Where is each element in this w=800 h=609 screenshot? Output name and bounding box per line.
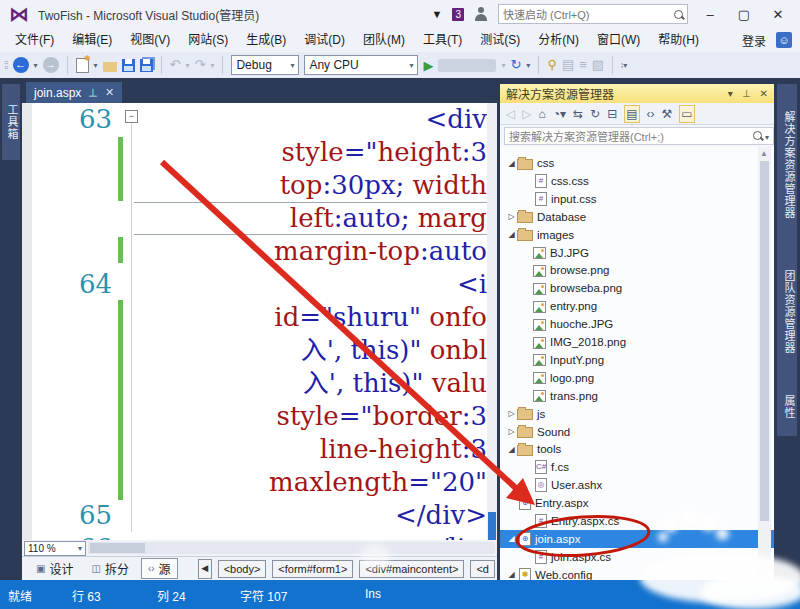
code-line[interactable]: left:auto; marg xyxy=(22,202,497,235)
menu-item-5[interactable]: 调试(D) xyxy=(295,28,354,52)
tree-expander-icon[interactable]: ▷ xyxy=(506,409,517,418)
solution-configurations-dropdown[interactable]: Debug▾ xyxy=(231,55,299,75)
user-avatar[interactable]: ☺ xyxy=(776,32,792,48)
breadcrumb-scroll-left-icon[interactable]: ◀ xyxy=(198,559,212,579)
menu-item-8[interactable]: 测试(S) xyxy=(471,28,529,52)
tree-item-browse-png[interactable]: browse.png xyxy=(500,261,774,279)
tree-expander-icon[interactable]: ◢ xyxy=(506,159,517,168)
view-tab-split[interactable]: ◫拆分 xyxy=(85,559,134,578)
refresh-icon[interactable]: ↻ xyxy=(590,106,600,122)
tree-item-tools[interactable]: ◢tools xyxy=(500,440,764,458)
code-editor[interactable]: − 63<divstyle="height:3top:30px; widthle… xyxy=(22,103,497,540)
tree-item-images[interactable]: ◢images xyxy=(500,226,764,244)
code-line[interactable]: 63<div xyxy=(22,103,497,136)
show-all-files-icon[interactable]: ▤ xyxy=(624,105,639,123)
tree-item-entry-aspx[interactable]: ⊕Entry.aspx xyxy=(500,494,764,512)
tree-expander-icon[interactable]: ▷ xyxy=(506,427,517,436)
tree-item-user-ashx[interactable]: ◎User.ashx xyxy=(500,476,774,494)
menu-item-0[interactable]: 文件(F) xyxy=(6,28,63,52)
preview-selected-icon[interactable]: ▭ xyxy=(679,105,694,123)
scrollbar-thumb[interactable] xyxy=(488,512,496,540)
menu-item-10[interactable]: 窗口(W) xyxy=(588,28,649,52)
view-tab-source[interactable]: ‹›源 xyxy=(141,558,178,579)
scrollbar-thumb[interactable] xyxy=(90,543,145,553)
minimize-button[interactable]: – xyxy=(698,7,722,22)
tree-item-logo-png[interactable]: logo.png xyxy=(500,369,774,387)
tree-item-trans-png[interactable]: trans.png xyxy=(500,387,774,405)
close-icon[interactable]: ✕ xyxy=(760,88,768,99)
solution-explorer-search-input[interactable]: 搜索解决方案资源管理器(Ctrl+;) ▾ xyxy=(504,127,774,145)
close-tab-icon[interactable]: ✕ xyxy=(105,86,114,99)
sign-in-link[interactable]: 登录 xyxy=(742,32,766,49)
menu-item-7[interactable]: 工具(T) xyxy=(414,28,471,52)
tree-item-huoche-jpg[interactable]: huoche.JPG xyxy=(500,315,774,333)
tree-expander-icon[interactable]: ◢ xyxy=(506,534,517,543)
code-line[interactable]: style="border:3 xyxy=(22,400,497,433)
code-line[interactable]: 66</li> xyxy=(22,532,497,540)
open-file-icon[interactable] xyxy=(103,62,117,72)
properties-wrench-icon[interactable]: ⚒ xyxy=(662,106,673,122)
toolbar-grip[interactable]: ⁞⁞ xyxy=(4,60,8,71)
tree-item-entry-png[interactable]: entry.png xyxy=(500,297,774,315)
code-line[interactable]: 64<i xyxy=(22,268,497,301)
tree-vertical-scrollbar[interactable]: ▲ xyxy=(758,147,771,580)
tree-item-js[interactable]: ▷js xyxy=(500,405,764,423)
menu-item-1[interactable]: 编辑(E) xyxy=(63,28,121,52)
menu-item-3[interactable]: 网站(S) xyxy=(179,28,237,52)
tree-item-input-css[interactable]: #input.css xyxy=(500,190,774,208)
document-tab-join-aspx[interactable]: join.aspx ⊣ ✕ xyxy=(26,82,122,103)
pin-icon[interactable]: ⊣ xyxy=(741,89,752,98)
collapse-all-icon[interactable]: ⊟ xyxy=(607,106,617,122)
close-button[interactable]: ✕ xyxy=(766,7,790,22)
right-dock-tab-1[interactable]: 团队资源管理器 xyxy=(777,242,797,382)
scrollbar-thumb[interactable] xyxy=(760,161,769,521)
toolbox-vertical-tab[interactable]: 工具箱 xyxy=(2,84,20,160)
code-line[interactable]: style="height:3 xyxy=(22,136,497,169)
view-code-icon[interactable]: ‹› xyxy=(647,106,655,122)
notifications-flag-icon[interactable]: ▼ xyxy=(432,8,443,20)
solution-explorer-header[interactable]: 解决方案资源管理器 ▾ ⊣ ✕ xyxy=(500,84,774,103)
code-line[interactable]: line-height:3 xyxy=(22,433,497,466)
tree-item-database[interactable]: ▷Database xyxy=(500,208,764,226)
find-icon[interactable]: ⚲ xyxy=(547,57,557,73)
editor-vertical-scrollbar[interactable] xyxy=(487,103,497,540)
tree-item-img-2018-png[interactable]: IMG_2018.png xyxy=(500,333,774,351)
tree-item-css[interactable]: ◢css xyxy=(500,154,764,172)
tree-item-sound[interactable]: ▷Sound xyxy=(500,423,764,441)
tree-item-bj-jpg[interactable]: BJ.JPG xyxy=(500,244,774,262)
new-file-icon[interactable] xyxy=(76,58,89,73)
right-dock-tab-2[interactable]: 属性 xyxy=(777,378,797,436)
scroll-up-icon[interactable]: ▲ xyxy=(760,149,768,158)
refresh-icon[interactable]: ↻ xyxy=(510,57,521,73)
home-icon[interactable]: ⌂ xyxy=(538,106,545,122)
code-line[interactable]: id="shuru" onfo xyxy=(22,301,497,334)
save-icon[interactable] xyxy=(122,59,135,72)
pin-icon[interactable]: ⊣ xyxy=(87,88,100,98)
tree-expander-icon[interactable]: ◢ xyxy=(506,230,517,239)
code-line[interactable]: 入', this)" valu xyxy=(22,367,497,400)
editor-zoom-dropdown[interactable]: 110 %▾ xyxy=(24,541,86,556)
menu-item-2[interactable]: 视图(V) xyxy=(121,28,179,52)
window-menu-icon[interactable]: ▾ xyxy=(728,88,733,99)
tree-item-join-aspx[interactable]: ◢⊕join.aspx xyxy=(500,530,774,548)
solution-platforms-dropdown[interactable]: Any CPU▾ xyxy=(304,55,418,75)
code-line[interactable]: 65</div> xyxy=(22,499,497,532)
code-line[interactable]: 入', this)" onbl xyxy=(22,334,497,367)
tree-item-inputy-png[interactable]: InputY.png xyxy=(500,351,774,369)
tree-item-f-cs[interactable]: C#f.cs xyxy=(500,458,774,476)
code-line[interactable]: margin-top:auto xyxy=(22,235,497,268)
menu-item-4[interactable]: 生成(B) xyxy=(237,28,295,52)
tree-expander-icon[interactable]: ◢ xyxy=(506,445,517,454)
tree-item-browseba-png[interactable]: browseba.png xyxy=(500,279,774,297)
menu-item-6[interactable]: 团队(M) xyxy=(354,28,414,52)
new-file-caret-icon[interactable]: ▾ xyxy=(94,61,98,70)
run-icon[interactable]: ▶ xyxy=(423,58,433,73)
tree-item-css-css[interactable]: #css.css xyxy=(500,172,774,190)
quick-launch-search[interactable]: 快速启动 (Ctrl+Q) xyxy=(498,4,688,24)
breadcrumb-tag-1[interactable]: <form#form1> xyxy=(272,560,353,578)
breadcrumb-tag-0[interactable]: <body> xyxy=(218,560,267,578)
maximize-button[interactable]: ▢ xyxy=(732,7,756,22)
nav-back-icon[interactable]: ← xyxy=(13,57,29,73)
menu-item-11[interactable]: 帮助(H) xyxy=(649,28,708,52)
save-all-icon[interactable] xyxy=(140,59,153,72)
